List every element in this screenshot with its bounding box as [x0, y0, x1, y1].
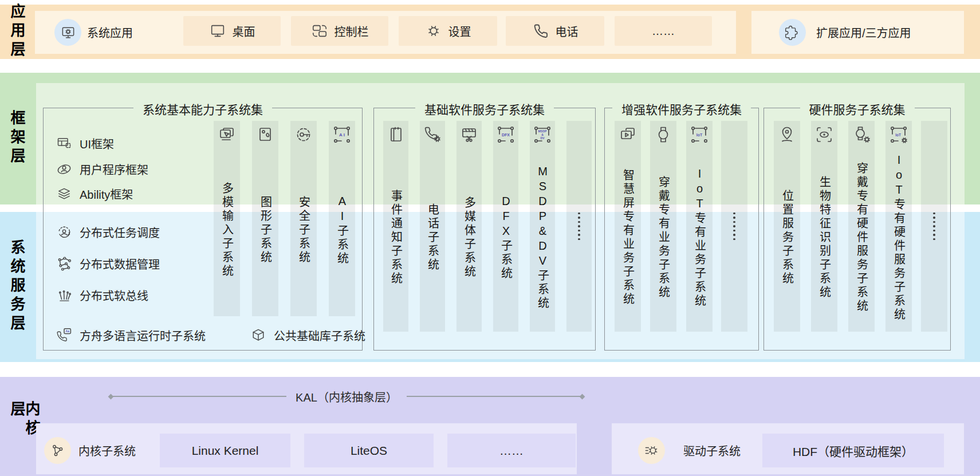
app-item-label: 桌面: [233, 23, 255, 40]
hdf-item-label: HDF（硬件驱动框架）: [793, 442, 914, 459]
kernel-subsystem-icon: [50, 443, 65, 458]
subsystem-column-label: 穿戴专有业务子系统: [658, 176, 670, 300]
system-service-bottom-item: 公共基础库子系统: [250, 327, 365, 344]
framework-layer-label: 框架层: [9, 111, 24, 167]
framework-list-item: Ability框架: [56, 186, 133, 202]
multimedia-icon: [460, 125, 478, 144]
app-item-label: 控制栏: [334, 23, 369, 40]
ellipsis-dots: [733, 213, 735, 241]
column-label-area: MSDP&DV子系统: [530, 144, 555, 332]
hdf-item: HDF（硬件驱动框架）: [762, 434, 944, 467]
system-app-icon-circle: [54, 19, 81, 46]
svg-text:Aa: Aa: [65, 329, 69, 333]
app-item-label: 设置: [448, 23, 471, 40]
subsystem-group: 增强软件服务子系统集智慧屏专有业务子系统穿戴专有业务子系统IoTIoT专有业务子…: [604, 108, 759, 351]
phone-icon: [532, 22, 549, 40]
security-icon: [294, 125, 313, 144]
subsystem-group: 基础软件服务子系统集事件通知子系统电话子系统多媒体子系统DFXDFX子系统MSD…: [373, 108, 596, 351]
desktop-icon: [209, 22, 226, 40]
column-label-area: 穿戴专有硬件服务子系统: [848, 144, 875, 332]
subsystem-column-label: 电话子系统: [427, 203, 439, 272]
list-item-label: UI框架: [80, 135, 114, 152]
kernel-item-label: LiteOS: [351, 444, 387, 458]
framework-list-item: 分布式软总线: [56, 287, 148, 304]
system-service-bottom-item: Aa方舟多语言运行时子系统: [56, 327, 206, 344]
extension-app-label: 扩展应用/三方应用: [816, 24, 911, 41]
subsystem-column: 穿戴专有硬件服务子系统: [848, 121, 875, 332]
kernel-subsystem-label: 内核子系统: [78, 442, 136, 459]
ellipsis-area: [921, 121, 947, 332]
list-item-label: Ability框架: [80, 186, 133, 202]
biometric-icon: [815, 125, 833, 144]
iot-hardware-icon: IoT: [890, 125, 908, 144]
location-icon: [778, 125, 796, 144]
column-label-area: 多模输入子系统: [214, 144, 240, 316]
column-label-area: 多媒体子系统: [456, 144, 482, 332]
list-item-label: 方舟多语言运行时子系统: [80, 327, 206, 344]
subsystem-group-title: 基础软件服务子系统集: [374, 100, 595, 117]
multimodal-input-icon: [218, 125, 236, 144]
subsystem-column: [721, 121, 747, 332]
system-service-layer-label: 系统服务层: [9, 240, 24, 335]
framework-list-item: 用户程序框架: [56, 161, 148, 178]
extension-app-item: 扩展应用/三方应用: [751, 11, 964, 54]
subsystem-column-label: 事件通知子系统: [390, 190, 402, 286]
subsystem-column: 事件通知子系统: [383, 121, 408, 332]
puzzle-icon: [785, 25, 800, 40]
column-label-area: AI子系统: [329, 144, 355, 316]
subsystem-column: [566, 121, 592, 332]
ui-framework-icon: [56, 135, 72, 151]
subsystem-column: IoTIoT专有业务子系统: [686, 121, 713, 332]
control-bar-icon: [311, 22, 328, 40]
subsystem-column-label: 多模输入子系统: [221, 182, 233, 278]
distributed-data-icon: [56, 255, 72, 272]
harmonyos-architecture-diagram: 应用层框架层系统服务层内核层系统应用桌面控制栏设置电话……扩展应用/三方应用系统…: [0, 0, 980, 476]
app-item: 桌面: [183, 16, 281, 46]
app-item: 电话: [506, 16, 604, 46]
list-item-label: 分布式数据管理: [80, 255, 160, 272]
subsystem-group-title: 系统基本能力子系统集: [44, 100, 362, 117]
kernel-item: LiteOS: [304, 434, 434, 467]
subsystem-column-label: IoT专有硬件服务子系统: [893, 154, 905, 322]
subsystem-group-title-text: 基础软件服务子系统集: [415, 100, 554, 117]
ellipsis-area: [566, 121, 592, 332]
ark-runtime-icon: Aa: [56, 327, 72, 343]
app-item-label: 系统应用: [87, 24, 133, 41]
driver-subsystem-icon: [644, 443, 659, 458]
column-label-area: 安全子系统: [290, 144, 317, 316]
subsystem-column: 多模输入子系统: [214, 121, 240, 316]
column-label-area: 生物特征识别子系统: [811, 144, 837, 332]
subsystem-group-title-text: 硬件服务子系统集: [800, 100, 915, 117]
dfx-icon: DFX: [497, 125, 515, 144]
ellipsis-dots: [933, 213, 935, 241]
column-label-area: 位置服务子系统: [774, 144, 800, 332]
subsystem-group-title-text: 增强软件服务子系统集: [612, 100, 751, 117]
event-notification-icon: [387, 125, 405, 144]
subsystem-column: MSDP&DVMSDP&DV子系统: [530, 121, 555, 332]
system-app-icon: [60, 25, 76, 41]
subsystem-column: 位置服务子系统: [774, 121, 800, 332]
graphics-icon: [256, 125, 274, 144]
subsystem-column-label: 穿戴专有硬件服务子系统: [856, 162, 868, 313]
subsystem-column: A IAI子系统: [329, 121, 355, 316]
app-layer-label: 应用层: [9, 4, 24, 61]
list-item-label: 分布式任务调度: [80, 224, 160, 241]
subsystem-column: 多媒体子系统: [456, 121, 482, 332]
smart-screen-icon: [619, 125, 637, 144]
app-item: 设置: [399, 16, 497, 46]
kal-line: KAL（内核抽象层）: [109, 392, 584, 401]
column-label-area: 电话子系统: [420, 144, 445, 332]
kal-diamond-right: [580, 394, 585, 399]
column-label-area: IoT专有业务子系统: [686, 144, 713, 332]
wearable-icon: [654, 125, 672, 144]
subsystem-column-label: 位置服务子系统: [781, 190, 793, 286]
kernel-item-label: ……: [499, 444, 524, 458]
subsystem-column-label: DFX子系统: [500, 195, 512, 281]
app-item: 控制栏: [291, 16, 388, 46]
svg-text:IoT: IoT: [696, 133, 703, 137]
subsystem-column-label: 多媒体子系统: [463, 196, 475, 279]
distributed-bus-icon: [56, 287, 72, 303]
subsystem-column: 穿戴专有业务子系统: [650, 121, 676, 332]
kal-line-right: [407, 396, 580, 397]
subsystem-column: [921, 121, 947, 332]
